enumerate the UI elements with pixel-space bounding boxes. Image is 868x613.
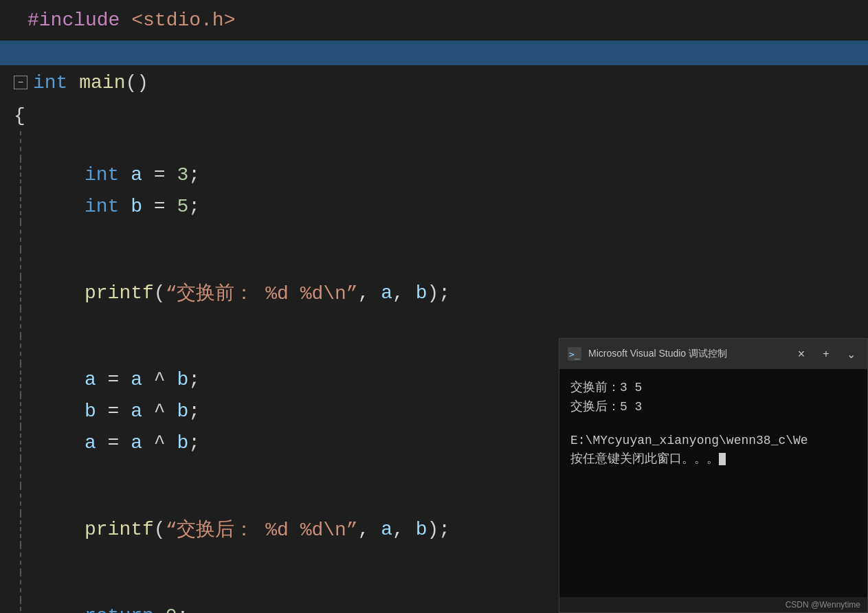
terminal-line-1: 交换前：3 5 (570, 379, 856, 395)
terminal-popup: >_ Microsoft Visual Studio 调试控制 × + ⌄ 交换… (559, 338, 868, 613)
terminal-expand-button[interactable]: ⌄ (841, 344, 860, 364)
open-brace: { (14, 105, 25, 126)
main-parens: () (125, 72, 148, 93)
empty-row-1 (14, 131, 868, 159)
terminal-footer: CSDN @Wennytime (559, 597, 867, 612)
terminal-path: E:\MYcyuyan_xianyong\wenn38_c\We (570, 434, 856, 447)
include-line: #include <stdio.h> (0, 0, 868, 41)
highlight-bar (0, 41, 868, 65)
main-func-line: − int main () (0, 65, 868, 100)
terminal-icon: >_ (566, 346, 583, 362)
empty-row-3 (14, 249, 868, 277)
var-a-row: int a = 3 ; (14, 159, 868, 190)
fold-icon[interactable]: − (14, 76, 27, 89)
terminal-titlebar: >_ Microsoft Visual Studio 调试控制 × + ⌄ (559, 339, 867, 369)
editor-area: #include <stdio.h> − int main () { int (0, 0, 868, 613)
terminal-line-3 (570, 417, 856, 431)
include-file: <stdio.h> (131, 7, 235, 34)
terminal-prompt: 按任意键关闭此窗口。。。 (570, 450, 856, 467)
empty-row-4 (14, 309, 868, 336)
svg-text:>_: >_ (569, 349, 580, 359)
main-func-name: main (79, 72, 125, 93)
var-b-row: int b = 5 ; (14, 190, 868, 222)
int-keyword: int (33, 72, 67, 93)
terminal-plus-button[interactable]: + (816, 344, 836, 364)
printf-before-row: printf ( “交换前： %d %d\n” , a , b ); (14, 277, 868, 309)
terminal-body: 交换前：3 5 交换后：5 3 E:\MYcyuyan_xianyong\wen… (559, 369, 867, 597)
include-keyword: #include (27, 7, 120, 34)
terminal-line-2: 交换后：5 3 (570, 398, 856, 414)
terminal-title: Microsoft Visual Studio 调试控制 (588, 348, 786, 360)
open-brace-row: { (14, 100, 868, 131)
terminal-close-button[interactable]: × (792, 344, 811, 364)
empty-row-2 (14, 222, 868, 249)
